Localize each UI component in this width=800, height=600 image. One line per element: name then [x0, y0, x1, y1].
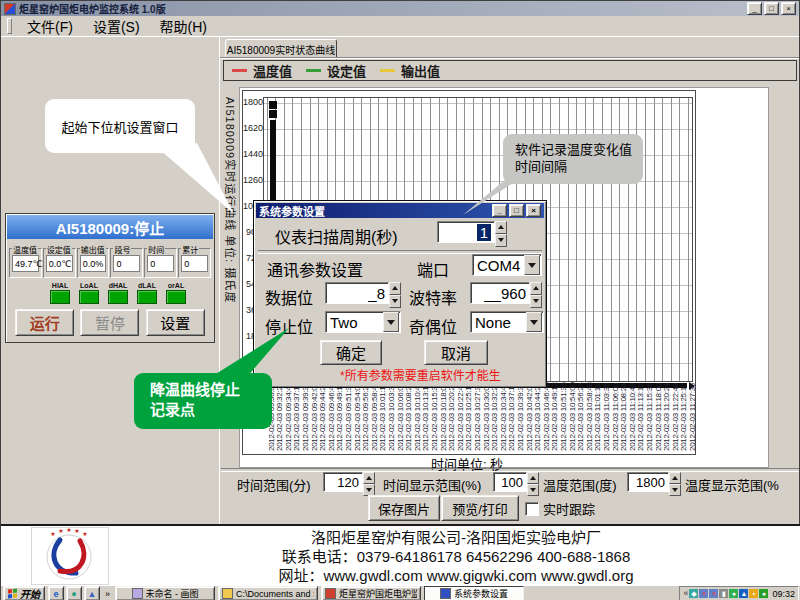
x-tick-label: 2012-02-03 09:39:36: [302, 382, 310, 451]
svg-text:★: ★: [50, 531, 55, 537]
tab-divider: [220, 57, 799, 59]
ok-button[interactable]: 确定: [320, 340, 382, 365]
spin-down-icon[interactable]: [527, 484, 539, 496]
alarm-label: dLAL: [138, 282, 156, 289]
tray-status-icon[interactable]: ●: [729, 589, 738, 598]
taskbar-task[interactable]: C:\Documents and Se...: [218, 586, 318, 600]
taskbar: 开始 e●▲ » 未命名 - 画图C:\Documents and Se...炬…: [1, 585, 800, 600]
menu-item-settings[interactable]: 设置(S): [84, 15, 149, 37]
dialog-minimize-button[interactable]: _: [492, 204, 507, 217]
time-display-value: 100: [501, 475, 523, 490]
taskbar-task[interactable]: 炬星窑炉国炬电炉监...: [321, 586, 421, 600]
spin-up-icon[interactable]: [669, 472, 681, 484]
baud-spinner[interactable]: __960: [470, 282, 542, 308]
spin-up-icon[interactable]: [527, 472, 539, 484]
spin-up-icon[interactable]: [530, 282, 542, 295]
tray-signal-icon[interactable]: ▮: [719, 589, 728, 598]
pause-button[interactable]: 暂停: [80, 309, 139, 336]
dialog-titlebar[interactable]: 系统参数设置 _ □ ×: [256, 203, 544, 218]
start-button[interactable]: 开始: [3, 586, 45, 600]
system-params-dialog: 系统参数设置 _ □ × 仪表扫描周期(秒) 1 通讯参数设置 端口 COM4 …: [253, 200, 547, 388]
device-field-label: 输出值: [80, 244, 106, 255]
stop-bits-combo[interactable]: Two: [325, 311, 401, 333]
stop-bits-label: 停止位: [265, 314, 313, 338]
realtime-track-control: 实时跟踪: [525, 499, 595, 518]
tray-update-icon[interactable]: ●: [759, 589, 768, 598]
x-tick-label: 2012-02-03 10:03:36: [388, 382, 396, 451]
cancel-button[interactable]: 取消: [424, 340, 488, 365]
data-bits-spinner[interactable]: _8: [325, 282, 401, 308]
chart-vscroll-down-icon[interactable]: [269, 110, 277, 118]
menu-item-help[interactable]: 帮助(H): [151, 15, 216, 37]
dialog-close-button[interactable]: ×: [526, 204, 541, 217]
spin-down-icon[interactable]: [669, 484, 681, 496]
dialog-maximize-button[interactable]: □: [509, 204, 524, 217]
menu-item-file[interactable]: 文件(F): [18, 15, 82, 37]
temp-range-spinner[interactable]: 1800: [627, 472, 681, 496]
window-close-button[interactable]: ×: [781, 2, 796, 15]
quick-launch: e●▲: [48, 586, 100, 600]
combo-arrow-icon[interactable]: [524, 255, 540, 275]
dialog-icon: [440, 588, 451, 599]
tray-audio-icon[interactable]: ◆: [689, 589, 698, 598]
alarm-lamp-icon: [50, 290, 70, 304]
alarm-lamp-icon: [108, 290, 128, 304]
media-icon[interactable]: ●: [66, 586, 82, 600]
combo-arrow-icon[interactable]: [526, 312, 542, 332]
settings-button[interactable]: 设置: [146, 309, 205, 336]
spin-down-icon[interactable]: [530, 295, 542, 308]
spin-up-icon[interactable]: [495, 221, 507, 234]
tray-shield-icon[interactable]: ▲: [739, 589, 748, 598]
scan-period-spinner[interactable]: 1: [437, 221, 507, 247]
spin-down-icon[interactable]: [495, 234, 507, 247]
legend-item: 温度值: [232, 61, 292, 80]
window-maximize-button[interactable]: □: [764, 2, 779, 15]
spin-up-icon[interactable]: [389, 282, 401, 295]
v-gridline: [662, 98, 663, 381]
x-tick-label: 2012-02-03 09:51:36: [345, 382, 353, 451]
system-tray: «◆××▮●▲▪● 09:32: [679, 586, 799, 600]
task-buttons: 未命名 - 画图C:\Documents and Se...炬星窑炉国炬电炉监.…: [115, 586, 676, 600]
device-field-label: 累计: [181, 244, 199, 255]
parity-combo[interactable]: None: [470, 311, 544, 333]
port-combo[interactable]: COM4: [472, 254, 542, 276]
callout-cooldown-text: 降温曲线停止记录点: [150, 380, 250, 420]
comm-section-label: 通讯参数设置: [267, 257, 363, 281]
legend-label: 输出值: [401, 61, 440, 80]
tray-network1-icon[interactable]: ×: [699, 589, 708, 598]
device-field-label: 温度值: [12, 244, 38, 255]
device-field: 设定值0.0℃: [43, 248, 76, 278]
preview-print-button[interactable]: 预览/打印: [441, 495, 519, 521]
callout-record-interval: 软件记录温度变化值时间间隔: [503, 134, 643, 184]
x-tick-label: 2012-02-03 10:51:36: [560, 382, 568, 451]
chart-vscroll-up-icon[interactable]: [269, 101, 277, 109]
quick-launch-chevron[interactable]: »: [103, 589, 112, 599]
taskbar-task[interactable]: 未命名 - 画图: [115, 586, 215, 600]
time-range-spinner[interactable]: 120: [323, 472, 375, 496]
realtime-track-checkbox[interactable]: [525, 502, 539, 516]
tray-network2-icon[interactable]: ×: [709, 589, 718, 598]
spin-down-icon[interactable]: [389, 295, 401, 308]
v-gridline: [645, 98, 646, 381]
tray-power-icon[interactable]: ▪: [749, 589, 758, 598]
spin-up-icon[interactable]: [363, 472, 375, 484]
x-tick-label: 2012-02-03 09:56:24: [362, 382, 370, 451]
taskbar-task[interactable]: 系统参数设置: [424, 586, 524, 600]
ie-icon[interactable]: e: [48, 586, 64, 600]
x-tick-label: 2012-02-03 11:08:24: [620, 383, 628, 451]
x-tick-label: 2012-02-03 11:20:24: [663, 383, 671, 451]
messenger-icon[interactable]: ▲: [84, 586, 100, 600]
x-tick-label: 2012-02-03 09:32:24: [276, 382, 284, 451]
save-image-button[interactable]: 保存图片: [368, 495, 440, 521]
time-display-spinner[interactable]: 100: [493, 472, 539, 496]
tray-chevron-icon[interactable]: «: [683, 589, 688, 598]
task-label: 炬星窑炉国炬电炉监...: [339, 587, 417, 600]
footer-company: 洛阳炬星窑炉有限公司-洛阳国炬实验电炉厂: [121, 528, 791, 547]
window-minimize-button[interactable]: _: [747, 2, 762, 15]
combo-arrow-icon[interactable]: [383, 312, 399, 332]
x-tick-label: 2012-02-03 10:20:24: [448, 382, 456, 451]
x-tick-label: 2012-02-03 10:32:24: [491, 382, 499, 451]
device-field: 温度值49.7℃: [9, 248, 42, 278]
realtime-track-label: 实时跟踪: [543, 499, 595, 518]
run-button[interactable]: 运行: [15, 309, 74, 336]
